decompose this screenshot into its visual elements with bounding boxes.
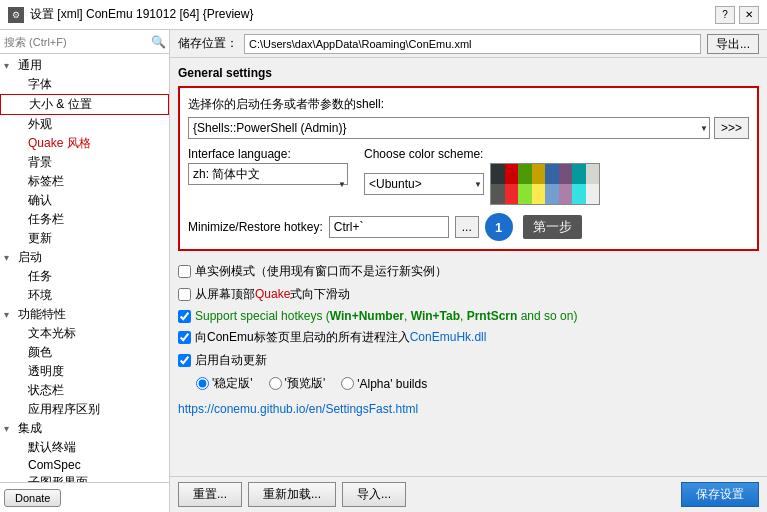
sidebar-item-font[interactable]: 字体: [0, 75, 169, 94]
checkbox-label-hotkeys: Support special hotkeys (Win+Number, Win…: [195, 309, 577, 323]
sidebar-item-subfaceif[interactable]: 子图形界面: [0, 473, 169, 482]
checkbox-special-hotkeys[interactable]: [178, 310, 191, 323]
section-title: General settings: [178, 66, 759, 80]
checkbox-autoupdate[interactable]: [178, 354, 191, 367]
checkbox-row-hotkeys: Support special hotkeys (Win+Number, Win…: [178, 309, 759, 323]
tree-container: ▾ 通用 字体 大小 & 位置 外观 Quake 风格 背景 标签栏 确认: [0, 54, 169, 482]
step-label: 第一步: [523, 215, 582, 239]
color-cell: [518, 184, 532, 204]
sidebar-item-env[interactable]: 环境: [0, 286, 169, 305]
sidebar-item-comspec[interactable]: ComSpec: [0, 457, 169, 473]
colorscheme-dropdown-wrapper: <Ubuntu> ▼: [364, 173, 484, 195]
sidebar-item-quake[interactable]: Quake 风格: [0, 134, 169, 153]
settings-link[interactable]: https://conemu.github.io/en/SettingsFast…: [178, 402, 418, 416]
colorscheme-dropdown[interactable]: <Ubuntu>: [364, 173, 484, 195]
radio-alpha[interactable]: [341, 377, 354, 390]
checkbox-conemuhk[interactable]: [178, 331, 191, 344]
radio-label-preview: '预览版': [285, 375, 326, 392]
sidebar-label-transparency: 透明度: [28, 363, 165, 380]
sidebar-item-tabs[interactable]: 标签栏: [0, 172, 169, 191]
sidebar-item-transparency[interactable]: 透明度: [0, 362, 169, 381]
checkbox-row-conemuhk: 向ConEmu标签页里启动的所有进程注入ConEmuHk.dll: [178, 329, 759, 346]
color-cell: [572, 164, 586, 184]
checkbox-row-autoupdate: 启用自动更新: [178, 352, 759, 369]
color-cell: [491, 164, 505, 184]
reload-button[interactable]: 重新加载...: [248, 482, 336, 507]
reset-button[interactable]: 重置...: [178, 482, 242, 507]
sidebar-label-font: 字体: [28, 76, 165, 93]
checkbox-section: 单实例模式（使用现有窗口而不是运行新实例） 从屏幕顶部Quake式向下滑动 Su…: [178, 259, 759, 396]
sidebar-item-startup[interactable]: ▾ 启动: [0, 248, 169, 267]
lang-dropdown[interactable]: zh: 简体中文: [188, 163, 348, 185]
help-button[interactable]: ?: [715, 6, 735, 24]
expander-general: ▾: [4, 60, 18, 71]
checkbox-single-instance[interactable]: [178, 265, 191, 278]
sidebar-item-textcursor[interactable]: 文本光标: [0, 324, 169, 343]
search-input[interactable]: [4, 36, 151, 48]
color-cell: [559, 164, 573, 184]
sidebar-label-appearance: 外观: [28, 116, 165, 133]
sidebar-item-taskbar[interactable]: 任务栏: [0, 210, 169, 229]
checkbox-row-quake: 从屏幕顶部Quake式向下滑动: [178, 286, 759, 303]
donate-button[interactable]: Donate: [4, 489, 61, 507]
radio-preview[interactable]: [269, 377, 282, 390]
sidebar-item-size-pos[interactable]: 大小 & 位置: [0, 94, 169, 115]
sidebar-item-defaultterm[interactable]: 默认终端: [0, 438, 169, 457]
sidebar-label-appdistinct: 应用程序区别: [28, 401, 165, 418]
export-button[interactable]: 导出...: [707, 34, 759, 54]
app-icon: ⚙: [8, 7, 24, 23]
checkbox-quake-slide[interactable]: [178, 288, 191, 301]
sidebar-item-confirm[interactable]: 确认: [0, 191, 169, 210]
sidebar-label-statusbar: 状态栏: [28, 382, 165, 399]
color-scheme-preview: [490, 163, 600, 205]
sidebar-item-integration[interactable]: ▾ 集成: [0, 419, 169, 438]
sidebar-label-textcursor: 文本光标: [28, 325, 165, 342]
sidebar-label-defaultterm: 默认终端: [28, 439, 165, 456]
save-button[interactable]: 保存设置: [681, 482, 759, 507]
titlebar-buttons: ? ✕: [715, 6, 759, 24]
sidebar-label-integration: 集成: [18, 420, 165, 437]
colorscheme-field-group: Choose color scheme: <Ubuntu> ▼: [364, 147, 600, 205]
sidebar-label-background: 背景: [28, 154, 165, 171]
shell-dropdown[interactable]: {Shells::PowerShell (Admin)}: [188, 117, 710, 139]
lang-label: Interface language:: [188, 147, 348, 161]
sidebar-label-startup: 启动: [18, 249, 165, 266]
triple-arrow-button[interactable]: >>>: [714, 117, 749, 139]
sidebar-label-env: 环境: [28, 287, 165, 304]
sidebar-item-colors[interactable]: 颜色: [0, 343, 169, 362]
sidebar-item-appdistinct[interactable]: 应用程序区别: [0, 400, 169, 419]
sidebar-label-size-pos: 大小 & 位置: [29, 96, 164, 113]
sidebar-item-update[interactable]: 更新: [0, 229, 169, 248]
radio-row-stable: '稳定版': [196, 375, 253, 392]
sidebar-label-tabs: 标签栏: [28, 173, 165, 190]
color-cell: [545, 164, 559, 184]
sidebar-item-statusbar[interactable]: 状态栏: [0, 381, 169, 400]
sidebar-label-comspec: ComSpec: [28, 458, 165, 472]
content: 储存位置： 导出... General settings 选择你的启动任务或者带…: [170, 30, 767, 512]
top-bar: 储存位置： 导出...: [170, 30, 767, 58]
sidebar-item-general[interactable]: ▾ 通用: [0, 56, 169, 75]
sidebar-item-appearance[interactable]: 外观: [0, 115, 169, 134]
sidebar-label-tasks: 任务: [28, 268, 165, 285]
sidebar-item-tasks[interactable]: 任务: [0, 267, 169, 286]
hotkey-input[interactable]: [329, 216, 449, 238]
storage-path-input[interactable]: [244, 34, 701, 54]
sidebar-label-quake: Quake 风格: [28, 135, 165, 152]
main-container: 🔍 ▾ 通用 字体 大小 & 位置 外观 Quake 风格 背景: [0, 30, 767, 512]
radio-stable[interactable]: [196, 377, 209, 390]
settings-panel: General settings 选择你的启动任务或者带参数的shell: {S…: [170, 58, 767, 476]
color-cell: [545, 184, 559, 204]
import-button[interactable]: 导入...: [342, 482, 406, 507]
checkbox-label-single: 单实例模式（使用现有窗口而不是运行新实例）: [195, 263, 447, 280]
sidebar-label-general: 通用: [18, 57, 165, 74]
search-icon: 🔍: [151, 35, 165, 49]
radio-group-update: '稳定版' '预览版' 'Alpha' builds: [196, 375, 759, 392]
sidebar-item-background[interactable]: 背景: [0, 153, 169, 172]
dots-button[interactable]: ...: [455, 216, 479, 238]
general-settings-box: 选择你的启动任务或者带参数的shell: {Shells::PowerShell…: [178, 86, 759, 251]
close-button[interactable]: ✕: [739, 6, 759, 24]
titlebar: ⚙ 设置 [xml] ConEmu 191012 [64] {Preview} …: [0, 0, 767, 30]
sidebar-item-features[interactable]: ▾ 功能特性: [0, 305, 169, 324]
sidebar-label-features: 功能特性: [18, 306, 165, 323]
link-row: https://conemu.github.io/en/SettingsFast…: [178, 402, 759, 416]
